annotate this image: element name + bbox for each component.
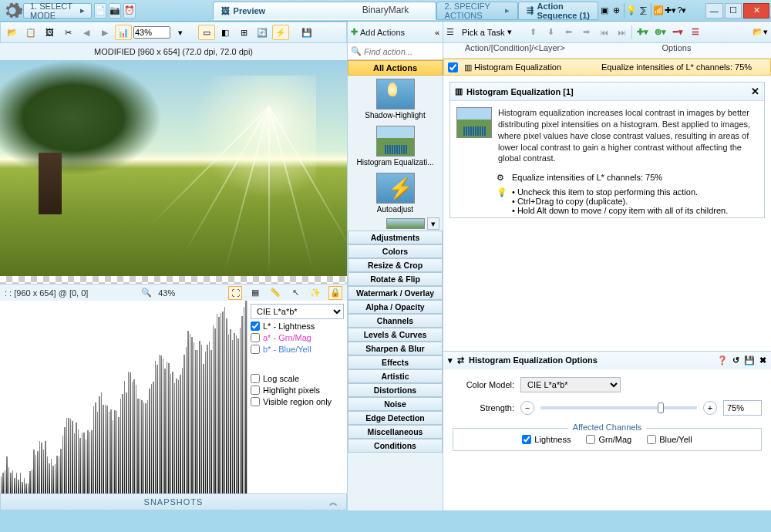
- layout-a-icon[interactable]: ▭: [198, 25, 215, 40]
- action-histogram-equalization[interactable]: Histogram Equalizati...: [348, 123, 443, 170]
- category-rotate-flip[interactable]: Rotate & Flip: [348, 272, 443, 286]
- highlight-checkbox[interactable]: Highlight pixels: [251, 386, 344, 395]
- mode-btn-2[interactable]: 📷: [109, 3, 121, 19]
- mode-btn-3[interactable]: ⏰: [123, 3, 136, 19]
- nav-fwd-icon[interactable]: ▶: [96, 25, 113, 40]
- action-shadow-highlight[interactable]: Shadow-Highlight: [348, 76, 443, 123]
- nav-last-icon[interactable]: ⏭: [614, 25, 629, 40]
- histogram-plot[interactable]: [0, 301, 247, 493]
- zoom-dropdown-icon[interactable]: ▾: [172, 25, 189, 40]
- category-colors[interactable]: Colors: [348, 244, 443, 258]
- nav-first-icon[interactable]: ⏮: [596, 25, 611, 40]
- all-actions-header[interactable]: All Actions: [348, 60, 443, 76]
- slider-plus-icon[interactable]: +: [703, 401, 717, 415]
- add-item-icon[interactable]: ✚▾: [635, 25, 650, 40]
- maximize-button[interactable]: ☐: [725, 3, 742, 19]
- opt-grnmag-checkbox[interactable]: Grn/Mag: [586, 435, 631, 444]
- category-conditions[interactable]: Conditions: [348, 439, 443, 453]
- nav-left-icon[interactable]: ⬅: [561, 25, 576, 40]
- sequence-row[interactable]: ▥ Histogram Equalization Equalize intens…: [443, 59, 771, 76]
- select-mode-button[interactable]: 1. SELECT MODE▸: [23, 3, 92, 19]
- slider-minus-icon[interactable]: −: [520, 401, 534, 415]
- channel-a-checkbox[interactable]: a* - Grn/Mag: [251, 333, 344, 342]
- tab-preview[interactable]: 🖼Preview: [213, 2, 436, 20]
- nav-down-icon[interactable]: ⬇: [543, 25, 558, 40]
- add-child-icon[interactable]: ⊕▾: [652, 25, 668, 40]
- tab-specify-actions[interactable]: 2. SPECIFY ACTIONS▸: [436, 2, 518, 20]
- zoom-input[interactable]: [133, 26, 170, 39]
- category-watermark-overlay[interactable]: Watermark / Overlay: [348, 286, 443, 300]
- category-sharpen-blur[interactable]: Sharpen & Blur: [348, 342, 443, 355]
- layout-c-icon[interactable]: ⊞: [235, 25, 252, 40]
- strength-slider[interactable]: [540, 406, 697, 409]
- close-button[interactable]: ✕: [743, 3, 769, 19]
- colorspace-select[interactable]: CIE L*a*b*: [251, 304, 344, 319]
- minimize-button[interactable]: —: [705, 3, 723, 19]
- mode-btn-1[interactable]: 📄: [94, 3, 106, 19]
- log-scale-checkbox[interactable]: Log scale: [251, 374, 344, 383]
- search-input[interactable]: [364, 47, 426, 56]
- ruler-icon[interactable]: 📏: [268, 286, 282, 300]
- category-edge-detection[interactable]: Edge Detection: [348, 411, 443, 425]
- tool-help-icon[interactable]: ?▾: [676, 3, 688, 19]
- collapse-icon[interactable]: «: [435, 28, 439, 37]
- picture-icon[interactable]: 🖼: [41, 25, 58, 40]
- folder-open-icon[interactable]: 📂: [4, 25, 21, 40]
- strength-input[interactable]: [723, 400, 762, 416]
- tool-console-icon[interactable]: ▣: [598, 3, 610, 19]
- remove-all-icon[interactable]: ☰: [688, 25, 703, 40]
- category-distortions[interactable]: Distortions: [348, 383, 443, 397]
- category-miscellaneous[interactable]: Miscellaneous: [348, 425, 443, 439]
- clipboard-icon[interactable]: 📋: [22, 25, 39, 40]
- nav-back-icon[interactable]: ◀: [78, 25, 95, 40]
- action-autoadjust[interactable]: Autoadjust: [348, 170, 443, 217]
- help-icon[interactable]: ❓: [717, 355, 728, 365]
- save-icon[interactable]: 💾: [744, 355, 755, 365]
- flash-icon[interactable]: ⚡: [272, 25, 289, 40]
- pointer-icon[interactable]: ↖: [288, 286, 302, 300]
- close-info-icon[interactable]: ✕: [751, 86, 759, 97]
- category-noise[interactable]: Noise: [348, 397, 443, 411]
- dropdown-icon[interactable]: ▾: [427, 217, 439, 230]
- category-alpha-opacity[interactable]: Alpha / Opacity: [348, 300, 443, 314]
- chevron-down-icon[interactable]: ▾: [448, 355, 453, 365]
- tool-wifi-icon[interactable]: 📶: [652, 3, 664, 19]
- undo-icon[interactable]: ↺: [732, 355, 739, 365]
- grid-icon[interactable]: ▦: [248, 286, 262, 300]
- layout-b-icon[interactable]: ◧: [217, 25, 234, 40]
- compare-icon[interactable]: ✂: [59, 25, 76, 40]
- wand-icon[interactable]: ✨: [308, 286, 322, 300]
- delete-icon[interactable]: ✖: [759, 355, 766, 365]
- channel-L-checkbox[interactable]: L* - Lightness: [251, 322, 344, 331]
- histogram-icon[interactable]: 📊: [115, 25, 132, 40]
- settings-gear-icon[interactable]: [2, 1, 23, 21]
- category-channels[interactable]: Channels: [348, 314, 443, 328]
- image-preview[interactable]: [0, 60, 347, 284]
- category-effects[interactable]: Effects: [348, 355, 443, 369]
- colormodel-select[interactable]: CIE L*a*b*: [520, 377, 621, 392]
- opt-lightness-checkbox[interactable]: Lightness: [522, 435, 571, 444]
- add-actions-button[interactable]: ✚Add Actions: [351, 27, 405, 37]
- category-adjustments[interactable]: Adjustments: [348, 231, 443, 244]
- nav-right-icon[interactable]: ➡: [578, 25, 594, 40]
- tool-target-icon[interactable]: ⊕: [610, 3, 621, 19]
- tool-check-icon[interactable]: ⅀: [638, 3, 649, 19]
- category-artistic[interactable]: Artistic: [348, 369, 443, 383]
- lock-icon[interactable]: 🔒: [328, 286, 342, 300]
- refresh-icon[interactable]: 🔄: [254, 25, 271, 40]
- remove-item-icon[interactable]: ━▾: [670, 25, 685, 40]
- channel-b-checkbox[interactable]: b* - Blue/Yell: [251, 345, 344, 354]
- tab-action-sequence[interactable]: ⇶Action Sequence (1): [518, 2, 599, 20]
- list-icon[interactable]: ☰: [446, 27, 454, 37]
- category-resize-crop[interactable]: Resize & Crop: [348, 258, 443, 272]
- row-checkbox[interactable]: [448, 62, 458, 72]
- action-search[interactable]: 🔍: [348, 43, 443, 60]
- action-more[interactable]: ▾: [348, 217, 443, 231]
- opt-blueyell-checkbox[interactable]: Blue/Yell: [647, 435, 692, 444]
- save-result-icon[interactable]: 💾: [298, 25, 315, 40]
- fit-icon[interactable]: ⛶: [228, 286, 242, 300]
- pick-task-dropdown[interactable]: Pick a Task▾: [456, 26, 517, 38]
- category-levels-curves[interactable]: Levels & Curves: [348, 328, 443, 342]
- tool-bulb-icon[interactable]: 💡: [625, 3, 637, 19]
- visible-region-checkbox[interactable]: Visible region only: [251, 397, 344, 406]
